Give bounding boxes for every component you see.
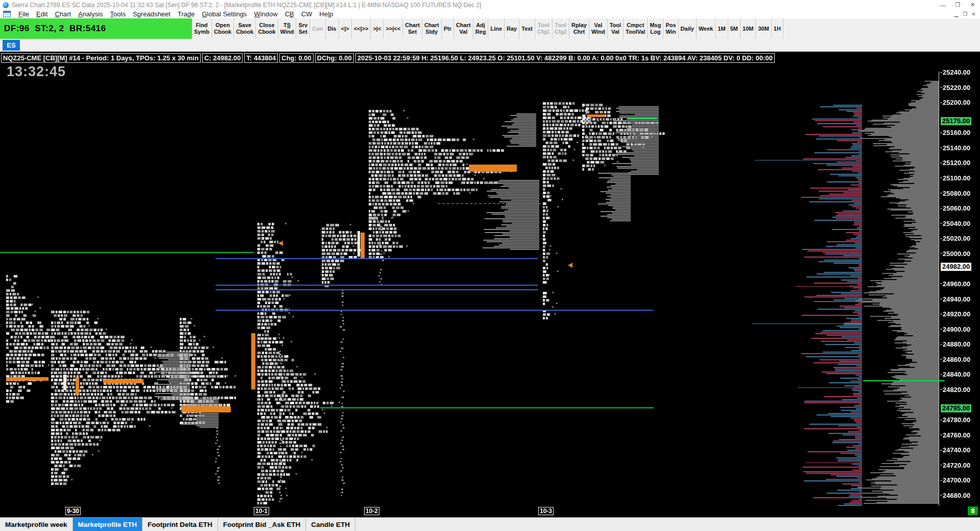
toolbar-button-10m[interactable]: 10M xyxy=(740,18,756,39)
price-tick-25240: 25240.00 xyxy=(943,68,970,76)
toolbar-button-5m[interactable]: 5M xyxy=(728,18,740,39)
toolbar-buttons: FindSymbOpenCbookSaveCbookCloseCbookTSWi… xyxy=(192,18,783,39)
toolbar-button-tool-cfg2[interactable]: ToolCfg2 xyxy=(553,18,569,39)
chart-clock: 13:32:45 xyxy=(7,64,66,80)
price-tick-25000: 25000.00 xyxy=(943,249,970,257)
price-tick-25120: 25120.00 xyxy=(943,159,970,167)
mdi-window-controls: ▁❐✕ xyxy=(952,11,978,17)
toolbar-button-msg-log[interactable]: MsgLog xyxy=(648,18,663,39)
app-globe-icon xyxy=(3,2,9,8)
toolbar-button-close-cbook[interactable]: CloseCbook xyxy=(256,18,278,39)
tab-bar: Marketprofile weekMarketprofile ETHFootp… xyxy=(0,517,980,531)
price-tick-25140: 25140.00 xyxy=(943,144,970,151)
menu-item-global-settings[interactable]: Global Settings xyxy=(198,10,250,18)
mdi-restore-button[interactable]: ❐ xyxy=(961,11,969,17)
menu-bar: FileEditChartAnalysisToolsSpreadsheetTra… xyxy=(0,10,980,18)
maximize-button[interactable]: ❐ xyxy=(950,0,965,10)
toolbar-button-con[interactable]: Con xyxy=(310,18,325,39)
price-tick-24840: 24840.00 xyxy=(943,371,970,378)
toolbar-button-save-cbook[interactable]: SaveCbook xyxy=(234,18,256,39)
toolbar: DF:96 ST:2, 2 BR:5416 FindSymbOpenCbookS… xyxy=(0,18,980,39)
menu-item-edit[interactable]: Edit xyxy=(33,10,51,18)
menu-item-trade[interactable]: Trade xyxy=(174,10,199,18)
toolbar-button-ray[interactable]: Ray xyxy=(505,18,519,39)
tab-marketprofile-week[interactable]: Marketprofile week xyxy=(0,518,73,531)
mdi-child-icon xyxy=(3,11,11,17)
depth-badge: 8 xyxy=(968,506,978,515)
price-highlight-24982: 24982.00 xyxy=(941,263,971,271)
df-status-bar: DF:96 ST:2, 2 BR:5416 xyxy=(0,18,192,39)
info-segment-1: C: 24982.00 xyxy=(202,53,243,63)
price-tick-24860: 24860.00 xyxy=(943,355,970,363)
menu-item-cb[interactable]: CB xyxy=(281,10,298,18)
toolbar-button-[interactable]: >>|<< xyxy=(384,18,403,39)
tab-footprint-bid-ask-eth[interactable]: Footprint Bid _Ask ETH xyxy=(218,518,306,531)
tab-candle-eth[interactable]: Candle ETH xyxy=(306,518,355,531)
symbol-tab-es[interactable]: ES xyxy=(3,40,20,51)
price-tick-24900: 24900.00 xyxy=(943,325,970,333)
price-tick-24720: 24720.00 xyxy=(943,461,970,469)
minimize-button[interactable]: — xyxy=(936,0,950,10)
menu-item-spreadsheet[interactable]: Spreadsheet xyxy=(129,10,174,18)
toolbar-button-chart-stdy[interactable]: ChartStdy xyxy=(422,18,442,39)
chart-canvas[interactable] xyxy=(0,52,980,517)
menu-item-chart[interactable]: Chart xyxy=(51,10,75,18)
toolbar-button-1m[interactable]: 1M xyxy=(715,18,728,39)
chart-area: NQZ25-CME [CB][M] #14 - Period: 1 Days, … xyxy=(0,52,980,517)
window-controls: — ❐ ✕ xyxy=(936,0,980,10)
toolbar-button-chart-set[interactable]: ChartSet xyxy=(403,18,422,39)
toolbar-button-text[interactable]: Text xyxy=(519,18,535,39)
toolbar-button-cmpct-toolval[interactable]: CmpctToolVal xyxy=(624,18,648,39)
tab-footprint-delta-eth[interactable]: Footprint Delta ETH xyxy=(142,518,218,531)
toolbar-button-[interactable]: <<|>> xyxy=(352,18,371,39)
price-tick-25160: 25160.00 xyxy=(943,129,970,136)
toolbar-button-adj-reg[interactable]: AdjReg xyxy=(473,18,489,39)
toolbar-button-srv-set[interactable]: SrvSet xyxy=(296,18,310,39)
price-tick-24920: 24920.00 xyxy=(943,310,970,318)
toolbar-button-line[interactable]: Line xyxy=(488,18,505,39)
toolbar-button-dis[interactable]: Dis xyxy=(326,18,339,39)
toolbar-button-[interactable]: >|< xyxy=(371,18,384,39)
mdi-minimize-button[interactable]: ▁ xyxy=(952,11,961,17)
menu-item-cw[interactable]: CW xyxy=(298,10,316,18)
toolbar-button-val-wind[interactable]: ValWind xyxy=(589,18,608,39)
toolbar-button-ts-wind[interactable]: TSWind xyxy=(278,18,297,39)
mdi-close-button[interactable]: ✕ xyxy=(969,11,978,17)
toolbar-button-30m[interactable]: 30M xyxy=(756,18,771,39)
menu-item-file[interactable]: File xyxy=(15,10,33,18)
toolbar-button-[interactable]: <|> xyxy=(339,18,352,39)
toolbar-button-pos-win[interactable]: PosWin xyxy=(663,18,678,39)
price-tick-25100: 25100.00 xyxy=(943,174,970,181)
window-title: Sierra Chart 2789 ES SC Data 2025-10-04 … xyxy=(12,2,481,9)
x-axis-label-10-2: 10-2 xyxy=(364,507,379,515)
menu-item-help[interactable]: Help xyxy=(316,10,337,18)
x-axis-label-9-30: 9-30 xyxy=(65,507,81,515)
toolbar-button-week[interactable]: Week xyxy=(697,18,716,39)
menu-item-tools[interactable]: Tools xyxy=(107,10,129,18)
price-tick-25040: 25040.00 xyxy=(943,219,970,227)
toolbar-button-open-cbook[interactable]: OpenCbook xyxy=(212,18,234,39)
menu-items: FileEditChartAnalysisToolsSpreadsheetTra… xyxy=(15,10,337,18)
price-highlight-25175: 25175.00 xyxy=(941,117,971,125)
info-segment-4: DChg: 0.00 xyxy=(315,53,354,63)
toolbar-button-tool-cfg1[interactable]: ToolCfg1 xyxy=(535,18,552,39)
toolbar-button-rplay-chrt[interactable]: RplayChrt xyxy=(569,18,589,39)
menu-item-window[interactable]: Window xyxy=(250,10,281,18)
toolbar-button-find-symb[interactable]: FindSymb xyxy=(192,18,212,39)
toolbar-button-daily[interactable]: Daily xyxy=(679,18,697,39)
toolbar-button-chart-val[interactable]: ChartVal xyxy=(454,18,473,39)
tab-marketprofile-eth[interactable]: Marketprofile ETH xyxy=(73,518,143,531)
info-segment-3: Chg: 0.00 xyxy=(279,53,314,63)
toolbar-button-1h[interactable]: 1H xyxy=(772,18,783,39)
price-highlight-24795: 24795.00 xyxy=(941,404,971,412)
price-tick-24680: 24680.00 xyxy=(943,491,970,499)
price-tick-25200: 25200.00 xyxy=(943,99,970,106)
chart-info-bar: NQZ25-CME [CB][M] #14 - Period: 1 Days, … xyxy=(1,53,775,63)
price-axis[interactable]: 25240.0025220.0025200.0025160.0025140.00… xyxy=(939,52,980,517)
toolbar-button-tool-val[interactable]: ToolVal xyxy=(608,18,624,39)
close-button[interactable]: ✕ xyxy=(965,0,980,10)
price-tick-25080: 25080.00 xyxy=(943,189,970,197)
menu-item-analysis[interactable]: Analysis xyxy=(75,10,106,18)
price-tick-24880: 24880.00 xyxy=(943,340,970,348)
toolbar-button-ptr[interactable]: Ptr xyxy=(442,18,454,39)
